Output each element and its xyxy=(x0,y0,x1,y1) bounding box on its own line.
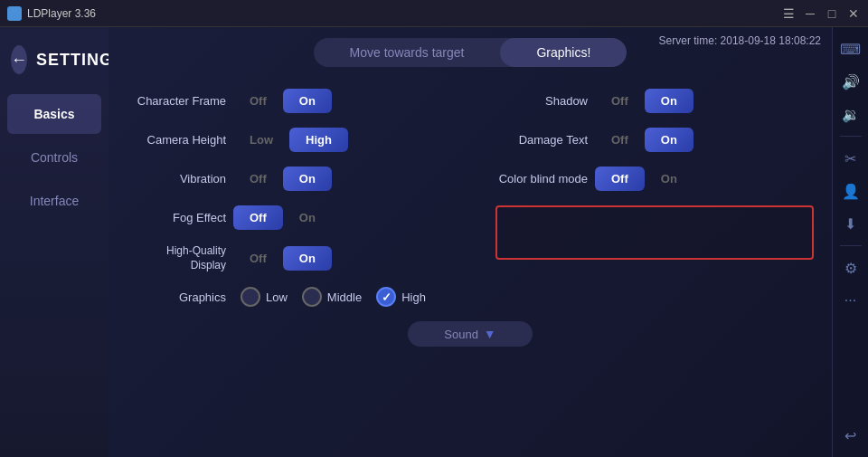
damage-text-off[interactable]: Off xyxy=(595,128,645,152)
graphics-high-label: High xyxy=(401,290,426,304)
sound-section: Sound ▼ xyxy=(127,314,814,347)
vibration-label: Vibration xyxy=(127,172,226,186)
fog-effect-on[interactable]: On xyxy=(283,205,332,230)
sidebar-header: ← SETTINGS xyxy=(0,36,108,92)
vibration-row: Vibration Off On xyxy=(127,159,452,198)
graphics-low-radio[interactable] xyxy=(241,287,260,307)
character-frame-label: Character Frame xyxy=(127,94,226,108)
camera-height-low[interactable]: Low xyxy=(233,128,289,152)
tab-pill: Move towards target Graphics! xyxy=(314,38,627,67)
camera-height-toggle: Low High xyxy=(233,128,348,152)
red-box-row xyxy=(488,198,814,267)
shadow-row: Shadow Off On xyxy=(488,81,814,120)
graphics-low-label: Low xyxy=(266,290,288,304)
shadow-on[interactable]: On xyxy=(645,89,693,113)
main-layout: ← SETTINGS Basics Controls Interface Ser… xyxy=(0,27,868,457)
server-time: Server time: 2018-09-18 18:08:22 xyxy=(659,34,821,47)
graphics-label: Graphics xyxy=(127,290,226,304)
high-quality-off[interactable]: Off xyxy=(233,246,283,271)
close-button[interactable]: ✕ xyxy=(846,6,861,21)
graphics-middle-label: Middle xyxy=(327,290,362,304)
color-blind-on[interactable]: On xyxy=(645,167,693,191)
tab-move[interactable]: Move towards target xyxy=(314,38,501,67)
camera-height-high[interactable]: High xyxy=(289,128,348,152)
high-quality-label: High-QualityDisplay xyxy=(127,244,226,272)
hamburger-icon[interactable]: ☰ xyxy=(781,6,796,21)
shadow-toggle: Off On xyxy=(595,89,693,113)
damage-text-row: Damage Text Off On xyxy=(488,120,814,159)
back-button[interactable]: ← xyxy=(11,45,27,74)
color-blind-toggle: Off On xyxy=(595,167,693,191)
character-frame-off[interactable]: Off xyxy=(233,89,283,113)
graphics-row: Graphics Low Middle High xyxy=(127,280,814,314)
toolbar-separator-1 xyxy=(840,136,862,137)
vibration-toggle: Off On xyxy=(233,167,332,191)
color-blind-label: Color blind mode xyxy=(488,172,588,186)
sound-label: Sound xyxy=(444,328,478,341)
graphics-high-radio[interactable] xyxy=(376,287,396,307)
sidebar-item-interface[interactable]: Interface xyxy=(7,181,101,221)
settings-grid: Character Frame Off On Camera Height Low… xyxy=(127,81,814,280)
fog-effect-label: Fog Effect xyxy=(127,211,226,224)
damage-text-on[interactable]: On xyxy=(645,128,693,152)
left-column: Character Frame Off On Camera Height Low… xyxy=(127,81,452,280)
vibration-on[interactable]: On xyxy=(283,167,332,191)
settings-icon[interactable]: ⚙ xyxy=(836,253,865,282)
damage-text-label: Damage Text xyxy=(488,133,588,147)
character-frame-toggle: Off On xyxy=(233,89,332,113)
character-frame-on[interactable]: On xyxy=(283,89,332,113)
window-controls: ☰ ─ □ ✕ xyxy=(781,6,861,21)
scissors-icon[interactable]: ✂ xyxy=(836,144,865,173)
shadow-off[interactable]: Off xyxy=(595,89,645,113)
fog-effect-off[interactable]: Off xyxy=(233,205,283,230)
app-logo xyxy=(7,6,22,21)
camera-height-label: Camera Height xyxy=(127,133,226,147)
back-icon[interactable]: ↩ xyxy=(836,421,865,450)
right-column: Shadow Off On Damage Text Off On xyxy=(488,81,814,280)
volume-down-icon[interactable]: 🔉 xyxy=(836,100,865,129)
sidebar-item-basics[interactable]: Basics xyxy=(7,94,101,134)
vibration-off[interactable]: Off xyxy=(233,167,283,191)
sound-chevron-icon: ▼ xyxy=(484,327,496,341)
app-name: LDPlayer 3.36 xyxy=(27,7,781,20)
toolbar-separator-2 xyxy=(840,245,862,246)
left-sidebar: ← SETTINGS Basics Controls Interface xyxy=(0,27,108,457)
minimize-button[interactable]: ─ xyxy=(803,6,817,21)
graphics-low[interactable]: Low xyxy=(241,287,288,307)
color-blind-row: Color blind mode Off On xyxy=(488,159,814,198)
sidebar-item-controls[interactable]: Controls xyxy=(7,138,101,177)
title-bar: LDPlayer 3.36 ☰ ─ □ ✕ xyxy=(0,0,868,27)
character-frame-row: Character Frame Off On xyxy=(127,81,452,120)
content-area: Server time: 2018-09-18 18:08:22 Move to… xyxy=(108,27,832,457)
tab-graphics[interactable]: Graphics! xyxy=(500,38,627,67)
settings-content: Character Frame Off On Camera Height Low… xyxy=(108,81,832,457)
high-quality-on[interactable]: On xyxy=(283,246,332,271)
keyboard-icon[interactable]: ⌨ xyxy=(836,34,865,63)
download-icon[interactable]: ⬇ xyxy=(836,209,865,238)
red-box-area xyxy=(495,205,814,260)
high-quality-toggle: Off On xyxy=(233,246,332,271)
graphics-middle[interactable]: Middle xyxy=(302,287,362,307)
color-blind-off[interactable]: Off xyxy=(595,167,645,191)
volume-icon[interactable]: 🔊 xyxy=(836,67,865,96)
graphics-high[interactable]: High xyxy=(376,287,426,307)
fog-effect-toggle: Off On xyxy=(233,205,332,230)
right-toolbar: ⌨ 🔊 🔉 ✂ 👤 ⬇ ⚙ ··· ↩ xyxy=(832,27,868,457)
maximize-button[interactable]: □ xyxy=(825,6,839,21)
fog-effect-row: Fog Effect Off On xyxy=(127,198,452,237)
damage-text-toggle: Off On xyxy=(595,128,693,152)
shadow-label: Shadow xyxy=(488,94,588,108)
person-icon[interactable]: 👤 xyxy=(836,176,865,205)
high-quality-row: High-QualityDisplay Off On xyxy=(127,237,452,280)
more-icon[interactable]: ··· xyxy=(836,286,865,315)
sound-tab[interactable]: Sound ▼ xyxy=(408,321,532,347)
camera-height-row: Camera Height Low High xyxy=(127,120,452,159)
graphics-middle-radio[interactable] xyxy=(302,287,322,307)
